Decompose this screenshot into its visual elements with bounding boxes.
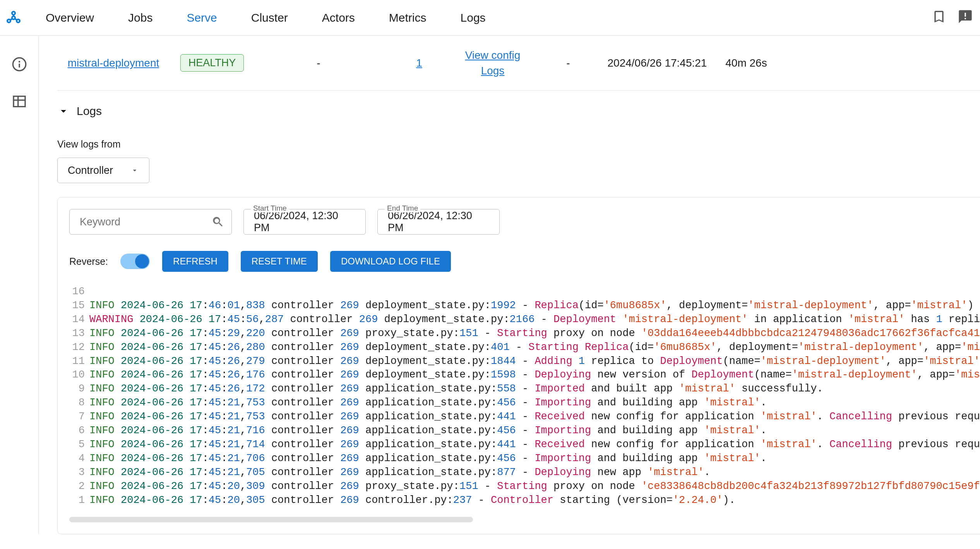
start-time-value: 06/26/2024, 12:30 PM [254, 210, 355, 234]
reset-time-button[interactable]: RESET TIME [241, 251, 318, 272]
log-line: 13INFO 2024-06-26 17:45:29,220 controlle… [69, 327, 980, 341]
log-line: 7INFO 2024-06-26 17:45:21,753 controller… [69, 410, 980, 424]
start-time-label: Start Time [251, 204, 289, 213]
log-viewer-card: Keyword Start Time 06/26/2024, 12:30 PM … [57, 197, 980, 534]
reverse-label: Reverse: [69, 256, 108, 267]
nav-tab-logs[interactable]: Logs [461, 11, 486, 24]
feedback-icon[interactable] [958, 9, 973, 27]
deployment-message: - [255, 57, 382, 69]
view-config-link[interactable]: View config [465, 48, 521, 63]
log-line: 4INFO 2024-06-26 17:45:21,706 controller… [69, 452, 980, 466]
log-line: 9INFO 2024-06-26 17:45:26,172 controller… [69, 382, 980, 396]
log-output[interactable]: 1615INFO 2024-06-26 17:46:01,838 control… [69, 285, 980, 515]
svg-line-6 [15, 19, 17, 20]
ray-logo [3, 7, 24, 28]
start-time-input[interactable]: Start Time 06/26/2024, 12:30 PM [243, 209, 366, 235]
log-line: 2INFO 2024-06-26 17:45:20,309 controller… [69, 480, 980, 494]
svg-point-0 [12, 12, 15, 15]
log-line: 10INFO 2024-06-26 17:45:26,176 controlle… [69, 368, 980, 382]
svg-point-1 [7, 19, 10, 22]
top-nav: OverviewJobsServeClusterActorsMetricsLog… [0, 0, 980, 36]
nav-tabs: OverviewJobsServeClusterActorsMetricsLog… [46, 11, 486, 24]
replicas-link[interactable]: 1 [416, 56, 422, 70]
log-line: 16 [69, 285, 980, 299]
log-line: 6INFO 2024-06-26 17:45:21,716 controller… [69, 424, 980, 438]
deployment-timestamp: 2024/06/26 17:45:21 [607, 57, 708, 69]
nav-tab-jobs[interactable]: Jobs [128, 11, 152, 24]
svg-point-2 [17, 19, 20, 22]
end-time-input[interactable]: End Time 06/26/2024, 12:30 PM [377, 209, 500, 235]
logs-link[interactable]: Logs [481, 63, 505, 78]
end-time-label: End Time [385, 204, 420, 213]
deployment-route: - [529, 57, 607, 69]
reverse-toggle[interactable] [120, 254, 150, 269]
end-time-value: 06/26/2024, 12:30 PM [388, 210, 489, 234]
status-badge: HEALTHY [180, 54, 244, 72]
nav-tab-overview[interactable]: Overview [46, 11, 94, 24]
nav-tab-cluster[interactable]: Cluster [251, 11, 288, 24]
left-sidebar [0, 36, 39, 534]
nav-tab-actors[interactable]: Actors [322, 11, 355, 24]
keyword-input[interactable]: Keyword [69, 209, 232, 235]
refresh-button[interactable]: REFRESH [162, 251, 228, 272]
svg-point-7 [18, 61, 20, 62]
bookmark-icon[interactable] [931, 9, 947, 27]
svg-line-5 [10, 19, 12, 20]
deployment-duration: 40m 26s [708, 57, 785, 69]
log-line: 1INFO 2024-06-26 17:45:20,305 controller… [69, 494, 980, 508]
svg-point-3 [12, 16, 15, 19]
log-line: 15INFO 2024-06-26 17:46:01,838 controlle… [69, 299, 980, 313]
deployment-name-link[interactable]: mistral-deployment [68, 56, 159, 70]
view-logs-from-label: View logs from [57, 139, 980, 150]
log-line: 3INFO 2024-06-26 17:45:21,705 controller… [69, 466, 980, 480]
log-line: 11INFO 2024-06-26 17:45:26,279 controlle… [69, 355, 980, 369]
keyword-placeholder: Keyword [80, 216, 120, 228]
nav-tab-metrics[interactable]: Metrics [389, 11, 427, 24]
dropdown-arrow-icon [130, 166, 139, 175]
log-line: 8INFO 2024-06-26 17:45:21,753 controller… [69, 396, 980, 410]
nav-tab-serve[interactable]: Serve [187, 11, 217, 24]
log-source-value: Controller [68, 165, 113, 177]
table-icon[interactable] [12, 94, 27, 109]
chevron-down-icon[interactable] [57, 105, 70, 117]
svg-rect-8 [19, 63, 20, 67]
search-icon [211, 215, 224, 228]
log-line: 5INFO 2024-06-26 17:45:21,714 controller… [69, 438, 980, 452]
section-title-logs: Logs [77, 105, 102, 118]
deployment-row: mistral-deployment HEALTHY - 1 View conf… [57, 36, 980, 91]
info-icon[interactable] [12, 57, 27, 72]
log-line: 12INFO 2024-06-26 17:45:26,280 controlle… [69, 341, 980, 355]
download-log-button[interactable]: DOWNLOAD LOG FILE [330, 251, 451, 272]
log-source-select[interactable]: Controller [57, 158, 149, 183]
log-line: 14WARNING 2024-06-26 17:45:56,287 contro… [69, 313, 980, 327]
horizontal-scrollbar[interactable] [69, 517, 473, 522]
